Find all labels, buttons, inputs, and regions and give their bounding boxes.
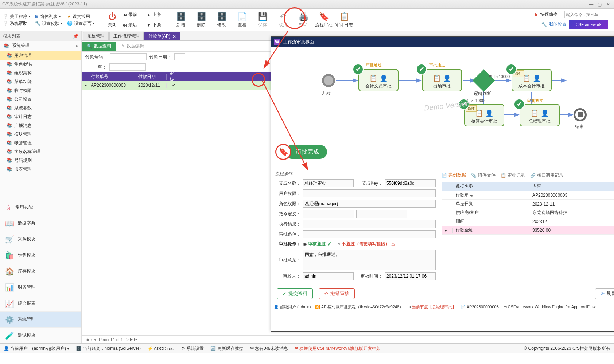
search-icon: 🔍 — [87, 44, 92, 49]
add-button[interactable]: 🗄️新增 — [171, 9, 191, 31]
first-button[interactable]: ⏮最前 — [123, 10, 147, 20]
module-icon: 📊 — [5, 283, 14, 292]
rtab-approvelog[interactable]: 📋审批记录 — [501, 172, 525, 179]
layers-icon: 📚 — [7, 70, 12, 75]
menu-help[interactable]: ❔系统帮助 — [3, 20, 31, 27]
toolbar: ⏻关闭 ⏮最前 ⏭最后 ▲上条 ▼下条 🗄️新增 🗄️删除 🗄️修改 📄查看 💾… — [102, 9, 354, 31]
minimize-icon[interactable]: — — [587, 2, 595, 7]
module-icon: 📖 — [5, 219, 14, 228]
radio-pass[interactable]: ◉审核通过✔ — [303, 240, 332, 247]
flow-node-2[interactable]: 📋👤出纳审批 — [422, 69, 462, 91]
titlebar: C/S系统快速开发框架-旗舰版V6.1(2023-11) — ▢ ✕ — [0, 0, 614, 9]
modal-titlebar: W 工作流审批界面 ↗ ▢ ✕ — [271, 37, 614, 47]
flow-node-5[interactable]: 📋👤总经理审批 — [520, 104, 560, 126]
sidebar-node-9[interactable]: 📚模块管理 — [0, 130, 81, 138]
syscfg-link[interactable]: ⚙ 系统设置 — [181, 345, 204, 352]
input-to[interactable] — [109, 63, 146, 71]
subtab-edit[interactable]: ✎数据编辑 — [116, 42, 149, 51]
cmd-input-2 — [356, 210, 407, 218]
user-icon: 👤 — [380, 74, 388, 82]
pin-icon[interactable]: 📌 — [73, 34, 78, 39]
rtab-attach[interactable]: 📎附件文件 — [471, 172, 496, 179]
sidebar-mod-8[interactable]: 🧪测试模块 — [0, 327, 81, 343]
menu-winlist[interactable]: ⊞窗体列表▾ — [35, 13, 63, 20]
list-icon: 📋 — [501, 173, 506, 178]
sidebar-mod-7[interactable]: ⚙️系统管理 — [0, 311, 81, 327]
menu-about[interactable]: ❔关于程序▾ — [3, 13, 31, 20]
next-button[interactable]: ▼下条 — [147, 20, 171, 30]
sidebar-node-8[interactable]: 📚广播消息 — [0, 121, 81, 130]
sidebar-node-11[interactable]: 📚字段名称管理 — [0, 147, 81, 156]
sidebar-node-4[interactable]: 📚临时权限 — [0, 86, 81, 95]
print-button[interactable]: 🖨️打印 — [293, 9, 314, 31]
close-button[interactable]: ⏻关闭 — [102, 9, 123, 31]
menu-setcommon[interactable]: ★设为常用 — [67, 13, 95, 20]
sidebar-mod-4[interactable]: 🏠库存模块 — [0, 263, 81, 279]
sidebar-node-12[interactable]: 📚号码规则 — [0, 156, 81, 165]
submit-button[interactable]: ✔提交资料 — [277, 288, 313, 299]
pass-tag-2: 审批通过 — [429, 62, 445, 68]
sidebar-mod-6[interactable]: 📈综合报表 — [0, 295, 81, 311]
sidebar-node-3[interactable]: 📚菜单功能 — [0, 77, 81, 86]
sidebar-mod-1[interactable]: 📖数据字典 — [0, 215, 81, 231]
refresh-button[interactable]: ⟳刷新数据 — [595, 288, 614, 299]
input-date-from[interactable] — [174, 53, 185, 60]
sidebar-node-5[interactable]: 📚公司设置 — [0, 95, 81, 103]
auditor-input — [303, 272, 354, 280]
last-icon: ⏭ — [123, 23, 127, 28]
input-no[interactable] — [110, 53, 147, 60]
flow-node-1[interactable]: 📋👤会计文员审批 — [358, 69, 399, 91]
result-input — [303, 220, 436, 228]
revoke-button[interactable]: ↶撤销审核 — [319, 288, 355, 299]
maximize-icon[interactable]: ▢ — [596, 2, 603, 7]
tab-close-icon[interactable]: ✕ — [172, 34, 176, 39]
sidebar-mod-0[interactable]: ☆常用功能 — [0, 199, 81, 215]
approve-button[interactable]: 🔖流程审批 — [314, 9, 334, 31]
tab-workflow[interactable]: 工作流程管理 — [109, 32, 144, 40]
prev-button[interactable]: ▲上条 — [147, 10, 171, 20]
rtab-instance[interactable]: 📄实例数据 — [442, 171, 466, 180]
pager[interactable]: ⏮ ◀ ◁ Record 1 of 1 ▷ ▶ ⏭ — [82, 335, 614, 343]
sidebar-category[interactable]: 📚系统管理« — [0, 41, 81, 51]
edit-button[interactable]: 🗄️修改 — [211, 9, 232, 31]
sidebar-mod-3[interactable]: 🛍️销售模块 — [0, 247, 81, 263]
roleperm-input — [303, 200, 436, 208]
sidebar-mod-2[interactable]: 🛒采购模块 — [0, 231, 81, 247]
data-row: 期间202312 — [442, 217, 614, 226]
tab-system[interactable]: 系统管理 — [83, 32, 109, 40]
last-button[interactable]: ⏭最后 — [123, 20, 147, 30]
my-settings-link[interactable]: 我的设置 — [549, 21, 567, 27]
cell-date: 2023/12/11 — [135, 83, 167, 88]
opinion-input[interactable]: 同意，审批通过。 — [303, 250, 436, 270]
sidebar-node-2[interactable]: 📚组织架构 — [0, 69, 81, 77]
menu-skin[interactable]: 🔧设置皮肤▾ — [35, 20, 63, 27]
sidebar-node-6[interactable]: 📚系统参数 — [0, 103, 81, 112]
data-table: 数据名称内容付款单号AP202300000003单据日期2023-12-11供应… — [442, 182, 614, 235]
view-button[interactable]: 📄查看 — [232, 9, 252, 31]
node-name-input — [303, 179, 354, 187]
msg-link[interactable]: ✉ 您有0条未读消息 — [250, 345, 288, 352]
menu-lang[interactable]: 🌐设置语言▾ — [67, 20, 95, 27]
tab-ap[interactable]: 付款单(AP)✕ — [144, 32, 180, 40]
check-badge-3: ✔ — [506, 64, 517, 75]
rtab-api[interactable]: 🔗接口调用记录 — [530, 172, 563, 179]
close-icon[interactable]: ✕ — [605, 2, 612, 7]
sidebar-node-7[interactable]: 📚审计日志 — [0, 112, 81, 121]
flow-end — [574, 108, 587, 121]
sidebar-node-10[interactable]: 📚帐套管理 — [0, 138, 81, 147]
sidebar-node-13[interactable]: 📚报表管理 — [0, 165, 81, 173]
form-left: 流程操作 节点名称：节点Key： 用户权限： 角色权限： 指令定义： 执行结果：… — [275, 171, 436, 282]
updcache-link[interactable]: 🔄 更新缓存数据 — [210, 345, 243, 352]
sidebar-mod-5[interactable]: 📊财务管理 — [0, 279, 81, 295]
module-icon: 🧪 — [5, 331, 14, 340]
sidebar-node-0[interactable]: 📚用户管理 — [0, 51, 81, 60]
audittime-input — [385, 272, 436, 280]
delete-button[interactable]: 🗄️删除 — [191, 9, 211, 31]
quick-input[interactable] — [564, 11, 608, 18]
subtab-query[interactable]: 🔍数据查询 — [82, 42, 116, 51]
sidebar-node-1[interactable]: 📚角色/岗位 — [0, 60, 81, 69]
node-key-input — [385, 179, 436, 187]
radio-fail[interactable]: ○不通过（需要填写原因）⚠ — [338, 241, 395, 247]
window-title: C/S系统快速开发框架-旗舰版V6.1(2023-11) — [2, 1, 587, 7]
audit-button[interactable]: 📋审计日志 — [334, 9, 354, 31]
